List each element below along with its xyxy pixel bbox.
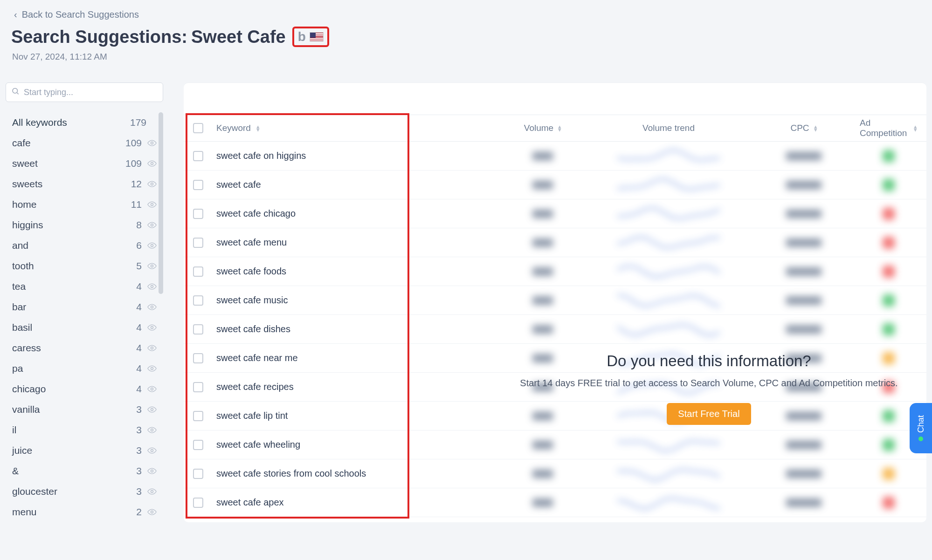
row-checkbox[interactable] xyxy=(193,411,203,421)
all-keywords-label: All keywords xyxy=(12,117,67,128)
sidebar-item-label: & xyxy=(12,465,127,477)
keyword-cell[interactable]: sweet cafe menu xyxy=(216,237,287,248)
row-checkbox[interactable] xyxy=(193,324,203,335)
sidebar-item-count: 109 xyxy=(125,158,142,169)
row-checkbox[interactable] xyxy=(193,266,203,277)
keyword-cell[interactable]: sweet cafe on higgins xyxy=(216,150,306,161)
sidebar-item[interactable]: sweets12 xyxy=(6,174,163,194)
sidebar-item[interactable]: tooth5 xyxy=(6,256,163,276)
row-checkbox[interactable] xyxy=(193,469,203,479)
keyword-cell[interactable]: sweet cafe apex xyxy=(216,497,284,508)
sidebar-item[interactable]: il3 xyxy=(6,420,163,440)
sidebar-item-count: 5 xyxy=(127,260,142,272)
table-row: sweet cafe xyxy=(184,171,926,199)
eye-icon[interactable] xyxy=(147,507,157,517)
sidebar-item[interactable]: home11 xyxy=(6,194,163,215)
row-checkbox[interactable] xyxy=(193,180,203,190)
eye-icon[interactable] xyxy=(147,487,157,496)
sidebar-item[interactable]: caress4 xyxy=(6,338,163,358)
eye-icon[interactable] xyxy=(147,179,157,189)
sidebar-item[interactable]: vanilla3 xyxy=(6,399,163,420)
sidebar-item-count: 3 xyxy=(127,404,142,415)
eye-icon[interactable] xyxy=(147,302,157,312)
sidebar-item[interactable]: cafe109 xyxy=(6,133,163,153)
sidebar-item[interactable]: menu2 xyxy=(6,502,163,522)
keyword-cell[interactable]: sweet cafe stories from cool schools xyxy=(216,468,366,479)
keyword-filter-list: All keywords 179 cafe109sweet109sweets12… xyxy=(6,112,163,522)
table-row: sweet cafe menu xyxy=(184,228,926,257)
column-header-keyword[interactable]: Keyword ▴▾ xyxy=(216,123,496,133)
keyword-cell[interactable]: sweet cafe recipes xyxy=(216,382,294,392)
sidebar-item[interactable]: sweet109 xyxy=(6,153,163,174)
sidebar-item[interactable]: &3 xyxy=(6,461,163,481)
keyword-cell[interactable]: sweet cafe lip tint xyxy=(216,410,288,421)
eye-icon[interactable] xyxy=(147,343,157,353)
sidebar-item[interactable]: and6 xyxy=(6,235,163,256)
cpc-cell-blurred xyxy=(786,267,822,276)
row-checkbox[interactable] xyxy=(193,440,203,450)
sidebar-item[interactable]: chicago4 xyxy=(6,379,163,399)
sidebar-item-all-keywords[interactable]: All keywords 179 xyxy=(6,112,163,133)
keyword-cell[interactable]: sweet cafe xyxy=(216,179,261,190)
keyword-cell[interactable]: sweet cafe music xyxy=(216,295,288,306)
svg-point-0 xyxy=(13,89,18,94)
row-checkbox[interactable] xyxy=(193,498,203,508)
sidebar-item[interactable]: pa4 xyxy=(6,358,163,379)
eye-icon[interactable] xyxy=(147,446,157,455)
row-checkbox[interactable] xyxy=(193,353,203,363)
eye-icon[interactable] xyxy=(147,261,157,271)
sidebar-item-label: higgins xyxy=(12,219,127,231)
search-icon xyxy=(11,87,20,98)
row-checkbox[interactable] xyxy=(193,151,203,161)
keyword-cell[interactable]: sweet cafe dishes xyxy=(216,324,290,335)
eye-icon[interactable] xyxy=(147,138,157,148)
keyword-cell[interactable]: sweet cafe wheeling xyxy=(216,439,300,450)
start-free-trial-button[interactable]: Start Free Trial xyxy=(667,403,751,425)
sidebar-item[interactable]: bar4 xyxy=(6,297,163,317)
chat-widget[interactable]: Chat xyxy=(910,403,932,453)
sidebar-item[interactable]: tea4 xyxy=(6,276,163,297)
ad-competition-cell-blurred xyxy=(883,179,895,191)
keyword-cell[interactable]: sweet cafe near me xyxy=(216,353,298,363)
sort-icon: ▴▾ xyxy=(558,125,561,131)
volume-cell-blurred xyxy=(532,325,553,334)
sidebar-item-count: 11 xyxy=(127,199,142,210)
eye-icon[interactable] xyxy=(147,384,157,394)
svg-point-17 xyxy=(151,450,153,452)
select-all-checkbox[interactable] xyxy=(193,123,203,133)
row-checkbox[interactable] xyxy=(193,238,203,248)
eye-icon[interactable] xyxy=(147,323,157,332)
column-header-cpc[interactable]: CPC ▴▾ xyxy=(748,123,860,133)
row-checkbox[interactable] xyxy=(193,209,203,219)
eye-icon[interactable] xyxy=(147,159,157,168)
keyword-cell[interactable]: sweet cafe chicago xyxy=(216,208,296,219)
search-input[interactable] xyxy=(6,82,163,102)
keyword-cell[interactable]: sweet cafe foods xyxy=(216,266,286,277)
sidebar-item-label: il xyxy=(12,424,127,436)
sidebar-item[interactable]: gloucester3 xyxy=(6,481,163,502)
sidebar-item-count: 2 xyxy=(127,506,142,518)
sidebar-item-count: 4 xyxy=(127,301,142,313)
eye-icon[interactable] xyxy=(147,282,157,291)
scrollbar-thumb[interactable] xyxy=(159,112,163,294)
cpc-cell-blurred xyxy=(786,499,822,507)
sidebar-item-count: 3 xyxy=(127,465,142,477)
eye-icon[interactable] xyxy=(147,220,157,230)
eye-icon[interactable] xyxy=(147,241,157,250)
eye-icon[interactable] xyxy=(147,364,157,373)
eye-icon[interactable] xyxy=(147,200,157,209)
eye-icon[interactable] xyxy=(147,425,157,435)
sidebar-item-count: 4 xyxy=(127,383,142,395)
svg-point-18 xyxy=(151,470,153,472)
eye-icon[interactable] xyxy=(147,466,157,476)
sidebar-item[interactable]: basil4 xyxy=(6,317,163,338)
back-link[interactable]: ‹ Back to Search Suggestions xyxy=(6,6,145,27)
sidebar-item[interactable]: higgins8 xyxy=(6,215,163,235)
column-header-volume-trend[interactable]: Volume trend xyxy=(589,123,748,133)
column-header-volume[interactable]: Volume ▴▾ xyxy=(496,123,589,133)
row-checkbox[interactable] xyxy=(193,382,203,392)
sidebar-item[interactable]: juice3 xyxy=(6,440,163,461)
column-header-ad-competition[interactable]: Ad Competition ▴▾ xyxy=(860,118,917,138)
row-checkbox[interactable] xyxy=(193,295,203,306)
eye-icon[interactable] xyxy=(147,405,157,414)
